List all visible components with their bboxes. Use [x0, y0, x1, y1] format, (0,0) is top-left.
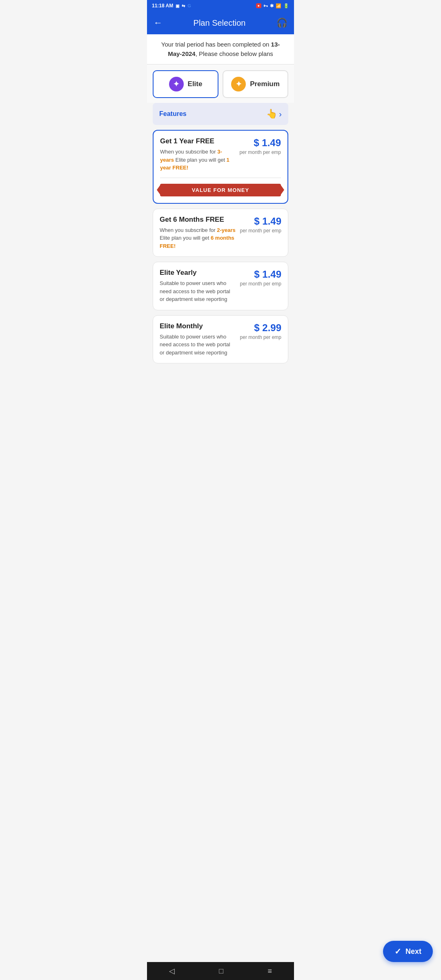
elite-icon: ✦ [169, 77, 184, 91]
plan-card-left-2year: Get 6 Months FREE When you subscribe for… [160, 216, 240, 250]
features-label: Features [159, 110, 187, 118]
cursor-icon: 👆 [266, 109, 277, 119]
page-title: Plan Selection [194, 18, 246, 28]
plan-description-3year: When you subscribe for 3-years Elite pla… [160, 148, 236, 172]
plan-price-unit-elite-monthly: per month per emp [240, 334, 281, 340]
plan-card-inner-elite-monthly: Elite Monthly Suitable to power users wh… [160, 322, 281, 357]
plan-highlight-3years: 3-years [160, 149, 222, 163]
screen-record-icon: ▣ [176, 4, 179, 8]
plan-card-inner: Get 1 Year FREE When you subscribe for 3… [160, 137, 281, 172]
wifi-icon: 📶 [276, 3, 281, 9]
key-icon: 🗝 [263, 3, 268, 8]
google-icon: G [187, 3, 191, 8]
plan-card-inner-elite-yearly: Elite Yearly Suitable to power users who… [160, 269, 281, 303]
plan-card-3year[interactable]: Get 1 Year FREE When you subscribe for 3… [153, 130, 288, 204]
plan-title-3year: Get 1 Year FREE [160, 137, 236, 145]
plan-title-2year: Get 6 Months FREE [160, 216, 236, 224]
plan-card-elite-yearly[interactable]: Elite Yearly Suitable to power users who… [153, 262, 288, 310]
status-bar: 11:18 AM ▣ ⇆ G ● 🗝 ✱ 📶 🔋 [147, 0, 294, 11]
plan-card-left-elite-monthly: Elite Monthly Suitable to power users wh… [160, 322, 240, 357]
plan-card-right-3year: $ 1.49 per month per emp [240, 137, 281, 155]
plan-card-right-elite-monthly: $ 2.99 per month per emp [240, 322, 281, 340]
cast-icon: ⇆ [182, 4, 185, 8]
plan-card-2year[interactable]: Get 6 Months FREE When you subscribe for… [153, 209, 288, 257]
plan-price-3year: $ 1.49 [240, 137, 281, 149]
header: ← Plan Selection 🎧 [147, 11, 294, 34]
plan-description-elite-monthly: Suitable to power users who need access … [160, 333, 236, 357]
trial-notice: Your trial period has been completed on … [147, 34, 294, 65]
features-row[interactable]: Features 👆 › [153, 103, 288, 125]
plan-description-elite-yearly: Suitable to power users who need access … [160, 279, 236, 303]
record-indicator-icon: ● [256, 3, 261, 8]
plans-container: Get 1 Year FREE When you subscribe for 3… [147, 130, 294, 404]
plan-title-elite-monthly: Elite Monthly [160, 322, 236, 330]
trial-notice-text: Your trial period has been completed on … [161, 41, 280, 57]
plan-card-right-2year: $ 1.49 per month per emp [240, 216, 281, 234]
plan-price-2year: $ 1.49 [240, 216, 281, 227]
status-time: 11:18 AM [152, 3, 173, 9]
plan-card-elite-monthly[interactable]: Elite Monthly Suitable to power users wh… [153, 315, 288, 364]
plan-price-elite-monthly: $ 2.99 [240, 322, 281, 334]
value-for-money-badge: VALUE FOR MONEY [160, 184, 281, 196]
plan-card-left: Get 1 Year FREE When you subscribe for 3… [160, 137, 240, 172]
status-bar-right: ● 🗝 ✱ 📶 🔋 [256, 3, 289, 9]
plan-price-elite-yearly: $ 1.49 [240, 269, 281, 280]
bluetooth-icon: ✱ [270, 3, 274, 9]
plan-description-2year: When you subscribe for 2-years Elite pla… [160, 226, 236, 250]
plan-card-inner-2year: Get 6 Months FREE When you subscribe for… [160, 216, 281, 250]
plan-tabs: ✦ Elite ✦ Premium [147, 65, 294, 103]
plan-price-unit-elite-yearly: per month per emp [240, 281, 281, 287]
tab-premium-label: Premium [250, 80, 280, 88]
plan-highlight-2years: 2-years [217, 227, 236, 233]
plan-highlight-6months: 6 months FREE! [160, 235, 234, 249]
premium-icon: ✦ [231, 77, 246, 91]
status-bar-left: 11:18 AM ▣ ⇆ G [152, 3, 191, 9]
tab-elite[interactable]: ✦ Elite [153, 70, 218, 98]
back-button[interactable]: ← [154, 18, 163, 28]
tab-premium[interactable]: ✦ Premium [223, 70, 288, 98]
battery-icon: 🔋 [283, 3, 289, 9]
plan-price-unit-3year: per month per emp [240, 149, 281, 155]
plan-card-left-elite-yearly: Elite Yearly Suitable to power users who… [160, 269, 240, 303]
plan-title-elite-yearly: Elite Yearly [160, 269, 236, 277]
tab-elite-label: Elite [188, 80, 203, 88]
headset-icon[interactable]: 🎧 [276, 18, 287, 28]
card-divider [160, 178, 281, 178]
features-arrow-icon: › [279, 109, 282, 119]
plan-price-unit-2year: per month per emp [240, 228, 281, 234]
trial-date: 13-May-2024 [168, 41, 280, 57]
plan-card-right-elite-yearly: $ 1.49 per month per emp [240, 269, 281, 287]
